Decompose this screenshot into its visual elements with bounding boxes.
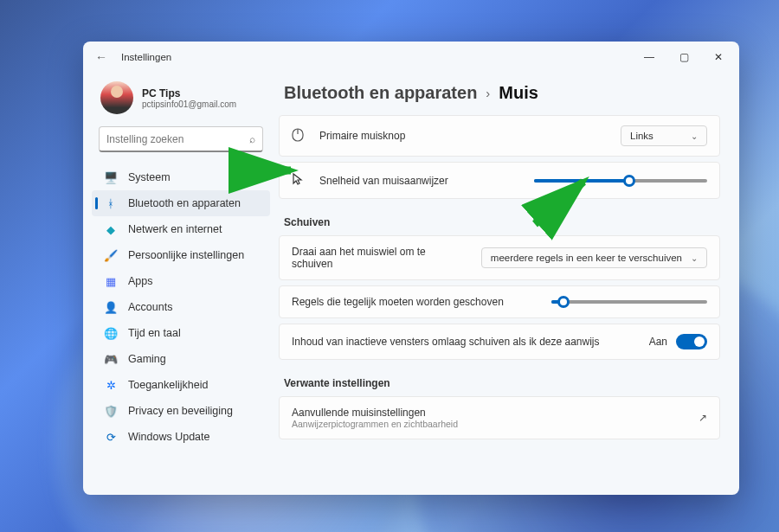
primary-button-dropdown[interactable]: Links ⌄ <box>621 125 707 146</box>
avatar <box>100 81 133 114</box>
person-icon: 👤 <box>104 300 118 314</box>
maximize-button[interactable]: ▢ <box>666 42 701 73</box>
shield-icon: 🛡️ <box>104 404 118 418</box>
profile-name: PC Tips <box>142 87 236 99</box>
profile-block[interactable]: PC Tips pctipsinfo01@gmail.com <box>92 76 270 126</box>
search-placeholder: Instelling zoeken <box>106 133 249 145</box>
apps-icon: ▦ <box>104 274 118 288</box>
sidebar-item-gaming[interactable]: 🎮 Gaming <box>92 346 270 372</box>
chevron-right-icon: › <box>486 86 490 100</box>
minimize-button[interactable]: — <box>632 42 666 73</box>
main-content: Bluetooth en apparaten › Muis Primaire m… <box>275 73 739 495</box>
sidebar-item-system[interactable]: 🖥️ Systeem <box>92 164 270 190</box>
lines-at-a-time-row: Regels die tegelijk moeten worden gescho… <box>279 285 720 318</box>
scroll-wheel-value: meerdere regels in een keer te verschuiv… <box>491 253 682 263</box>
inactive-label: Inhoud van inactieve vensters omlaag sch… <box>292 336 637 348</box>
sidebar-item-label: Apps <box>128 275 153 287</box>
sidebar-item-personalization[interactable]: 🖌️ Persoonlijke instellingen <box>92 242 270 268</box>
additional-settings-sub: Aanwijzerpictogrammen en zichtbaarheid <box>292 419 697 429</box>
sidebar-item-label: Systeem <box>128 171 171 183</box>
sidebar-item-time-language[interactable]: 🌐 Tijd en taal <box>92 320 270 346</box>
open-external-icon: ↗ <box>699 412 707 424</box>
toggle-state-label: Aan <box>649 336 667 348</box>
sidebar-item-accessibility[interactable]: ✲ Toegankelijkheid <box>92 372 270 398</box>
sidebar-item-bluetooth[interactable]: ᚼ Bluetooth en apparaten <box>92 190 270 216</box>
accessibility-icon: ✲ <box>104 378 118 392</box>
sidebar-item-label: Gaming <box>128 353 166 365</box>
scroll-wheel-label: Draai aan het muiswiel om te schuiven <box>292 246 469 270</box>
lines-slider[interactable] <box>551 300 707 304</box>
pointer-speed-row: Snelheid van muisaanwijzer <box>279 162 720 199</box>
breadcrumb-current: Muis <box>499 83 538 103</box>
pointer-speed-slider[interactable] <box>534 179 707 183</box>
sidebar-item-label: Bluetooth en apparaten <box>128 197 241 209</box>
globe-icon: 🌐 <box>104 326 118 340</box>
settings-window: ← Instellingen — ▢ ✕ PC Tips pctipsinfo0… <box>83 42 739 495</box>
sidebar-item-apps[interactable]: ▦ Apps <box>92 268 270 294</box>
bluetooth-icon: ᚼ <box>104 196 118 210</box>
brush-icon: 🖌️ <box>104 248 118 262</box>
search-icon: ⌕ <box>249 133 255 145</box>
breadcrumb: Bluetooth en apparaten › Muis <box>279 76 720 115</box>
sidebar-item-label: Accounts <box>128 301 172 313</box>
scroll-wheel-row: Draai aan het muiswiel om te schuiven me… <box>279 235 720 280</box>
system-icon: 🖥️ <box>104 170 118 184</box>
window-title: Instellingen <box>121 52 171 62</box>
additional-settings-label: Aanvullende muisinstellingen <box>292 407 697 419</box>
profile-email: pctipsinfo01@gmail.com <box>142 99 236 109</box>
close-button[interactable]: ✕ <box>701 42 736 73</box>
sidebar-item-label: Persoonlijke instellingen <box>128 249 244 261</box>
sidebar-item-label: Windows Update <box>128 431 210 443</box>
primary-button-label: Primaire muisknop <box>319 130 608 142</box>
sidebar-item-windows-update[interactable]: ⟳ Windows Update <box>92 424 270 450</box>
inactive-toggle[interactable] <box>676 334 707 349</box>
scroll-wheel-dropdown[interactable]: meerdere regels in een keer te verschuiv… <box>481 247 707 268</box>
sidebar-item-accounts[interactable]: 👤 Accounts <box>92 294 270 320</box>
pointer-speed-label: Snelheid van muisaanwijzer <box>319 175 522 187</box>
related-section-title: Verwante instellingen <box>279 365 720 396</box>
search-input[interactable]: Instelling zoeken ⌕ <box>99 126 263 152</box>
sidebar-item-label: Tijd en taal <box>128 327 181 339</box>
sidebar-item-label: Toegankelijkheid <box>128 379 208 391</box>
inactive-windows-row: Inhoud van inactieve vensters omlaag sch… <box>279 324 720 360</box>
chevron-down-icon: ⌄ <box>691 131 698 141</box>
additional-settings-link[interactable]: Aanvullende muisinstellingen Aanwijzerpi… <box>279 396 720 439</box>
sidebar-item-privacy[interactable]: 🛡️ Privacy en beveiliging <box>92 398 270 424</box>
nav-list: 🖥️ Systeem ᚼ Bluetooth en apparaten ◆ Ne… <box>92 159 270 450</box>
sidebar-item-network[interactable]: ◆ Netwerk en internet <box>92 216 270 242</box>
breadcrumb-parent[interactable]: Bluetooth en apparaten <box>284 83 477 103</box>
mouse-icon <box>292 128 307 144</box>
gaming-icon: 🎮 <box>104 352 118 366</box>
chevron-down-icon: ⌄ <box>691 253 698 263</box>
primary-mouse-button-row: Primaire muisknop Links ⌄ <box>279 115 720 157</box>
primary-button-value: Links <box>630 131 653 141</box>
update-icon: ⟳ <box>104 430 118 444</box>
back-button[interactable]: ← <box>95 50 111 64</box>
sidebar: PC Tips pctipsinfo01@gmail.com Instellin… <box>83 73 275 495</box>
sidebar-item-label: Privacy en beveiliging <box>128 405 233 417</box>
sidebar-item-label: Netwerk en internet <box>128 223 222 235</box>
titlebar: ← Instellingen — ▢ ✕ <box>83 42 739 73</box>
lines-label: Regels die tegelijk moeten worden gescho… <box>292 296 539 308</box>
scrolling-section-title: Schuiven <box>279 204 720 235</box>
cursor-icon <box>292 172 307 189</box>
network-icon: ◆ <box>104 222 118 236</box>
